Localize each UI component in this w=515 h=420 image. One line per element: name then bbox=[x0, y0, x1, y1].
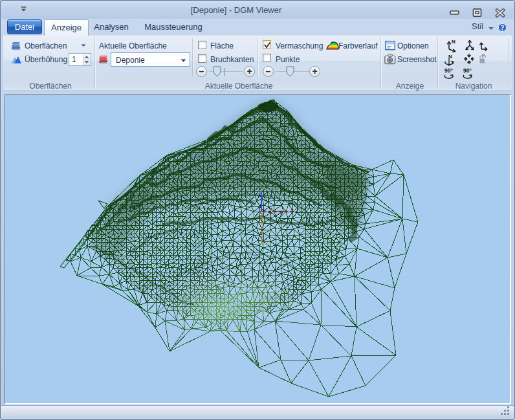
svg-text:N: N bbox=[452, 39, 455, 45]
svg-text:90°: 90° bbox=[444, 67, 453, 74]
svg-text:?: ? bbox=[501, 23, 505, 32]
svg-text:90°: 90° bbox=[463, 67, 472, 74]
